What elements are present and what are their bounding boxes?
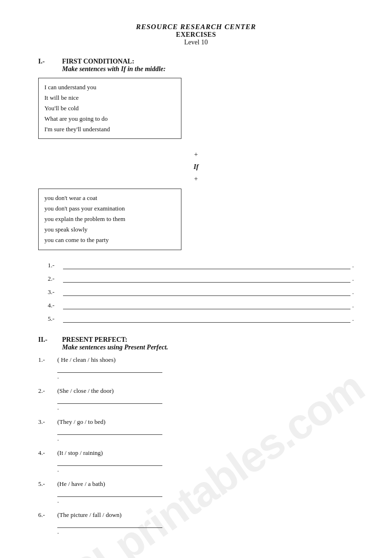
box1-item-2: It will be nice: [44, 93, 175, 103]
answer-line-1[interactable]: [63, 261, 350, 269]
box2-item-5: you can come to the party: [44, 235, 175, 245]
section-1-number: I.-: [38, 58, 62, 65]
ex-prompt-1: ( He / clean / his shoes): [57, 356, 354, 364]
ex-num-1: 1.-: [38, 356, 57, 364]
answer-line-row-5: 5.- .: [48, 314, 354, 323]
section-2-number: II.-: [38, 336, 62, 344]
connector-plus1: +: [38, 148, 354, 160]
exercise-item-3: 3.- (They / go / to bed) .: [38, 418, 354, 442]
ex-prompt-6: (The picture / fall / down): [57, 511, 354, 519]
connector-plus2: +: [38, 173, 354, 185]
ex-num-4: 4.-: [38, 449, 57, 457]
ex-answer-5[interactable]: [57, 489, 162, 497]
ex-num-6: 6.-: [38, 511, 57, 519]
header-title: RESOURCE RESEARCH CENTER: [38, 23, 354, 31]
header-level: Level 10: [38, 39, 354, 46]
answer-line-2[interactable]: [63, 274, 350, 283]
ex-answer-1[interactable]: [57, 365, 162, 373]
answer-line-3[interactable]: [63, 287, 350, 296]
answer-line-row-4: 4.- .: [48, 301, 354, 309]
answer-line-row-2: 2.- .: [48, 274, 354, 283]
box2-item-1: you don't wear a coat: [44, 193, 175, 203]
word-box-1: I can understand you It will be nice You…: [38, 78, 181, 139]
page-header: RESOURCE RESEARCH CENTER EXERCISES Level…: [38, 23, 354, 46]
ex-answer-3[interactable]: [57, 427, 162, 435]
ex-prompt-2: (She / close / the door): [57, 387, 354, 395]
ex-answer-2[interactable]: [57, 396, 162, 404]
ex-num-2: 2.-: [38, 387, 57, 395]
ex-prompt-3: (They / go / to bed): [57, 418, 354, 426]
ex-prompt-5: (He / have / a bath): [57, 480, 354, 488]
box2-item-3: you explain the problem to them: [44, 214, 175, 224]
connector-area: + If +: [38, 148, 354, 185]
section-1: I.- FIRST CONDITIONAL: Make sentences wi…: [38, 58, 354, 323]
header-subtitle: EXERCISES: [38, 31, 354, 39]
box2-item-2: you don't pass your examination: [44, 203, 175, 214]
ex-answer-6[interactable]: [57, 520, 162, 528]
line-num-2: 2.-: [48, 275, 63, 283]
box1-item-4: What are you going to do: [44, 114, 175, 124]
section-1-title: FIRST CONDITIONAL:: [62, 58, 354, 65]
box1-item-1: I can understand you: [44, 82, 175, 93]
exercise-item-6: 6.- (The picture / fall / down) .: [38, 511, 354, 536]
ex-prompt-4: (It / stop / raining): [57, 449, 354, 457]
section-2-subtitle: Make sentences using Present Perfect.: [62, 344, 354, 351]
ex-answer-4[interactable]: [57, 458, 162, 466]
word-box-2: you don't wear a coat you don't pass you…: [38, 189, 181, 250]
section-1-subtitle: Make sentences with If in the middle:: [62, 65, 354, 73]
line-num-5: 5.-: [48, 315, 63, 323]
exercise-item-4: 4.- (It / stop / raining) .: [38, 449, 354, 474]
exercise-item-1: 1.- ( He / clean / his shoes) .: [38, 356, 354, 380]
ex-num-3: 3.-: [38, 418, 57, 426]
line-num-4: 4.-: [48, 302, 63, 309]
box1-item-5: I'm sure they'll understand: [44, 124, 175, 135]
line-num-3: 3.-: [48, 288, 63, 296]
answer-line-4[interactable]: [63, 301, 350, 309]
section-2: II.- PRESENT PERFECT: Make sentences usi…: [38, 336, 354, 536]
answer-line-row-1: 1.- .: [48, 261, 354, 269]
box1-item-3: You'll be cold: [44, 103, 175, 114]
line-num-1: 1.-: [48, 262, 63, 269]
section-2-title: PRESENT PERFECT:: [62, 336, 354, 344]
answer-line-5[interactable]: [63, 314, 350, 323]
ex-num-5: 5.-: [38, 480, 57, 488]
section-1-answer-lines: 1.- . 2.- . 3.- . 4.- .: [48, 261, 354, 323]
exercise-item-2: 2.- (She / close / the door) .: [38, 387, 354, 411]
exercise-item-5: 5.- (He / have / a bath) .: [38, 480, 354, 505]
answer-line-row-3: 3.- .: [48, 287, 354, 296]
connector-if: If: [38, 161, 354, 173]
box2-item-4: you speak slowly: [44, 224, 175, 235]
